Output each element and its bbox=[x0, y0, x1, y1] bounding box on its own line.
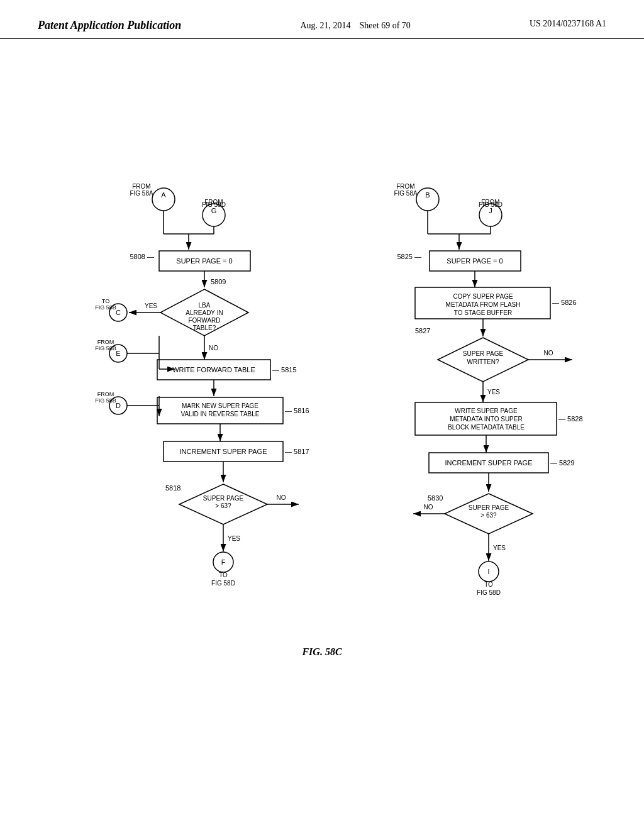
svg-text:BLOCK METADATA TABLE: BLOCK METADATA TABLE bbox=[448, 424, 525, 431]
svg-text:TO: TO bbox=[219, 572, 228, 578]
svg-text:F: F bbox=[221, 558, 226, 566]
svg-text:5808 —: 5808 — bbox=[130, 253, 154, 260]
svg-text:FIG 58B: FIG 58B bbox=[95, 304, 116, 311]
svg-text:SUPER PAGE: SUPER PAGE bbox=[203, 495, 244, 502]
svg-text:> 63?: > 63? bbox=[480, 512, 497, 519]
svg-text:I: I bbox=[487, 568, 489, 575]
svg-text:FIG 58A: FIG 58A bbox=[130, 190, 153, 197]
page-header: Patent Application Publication Aug. 21, … bbox=[0, 0, 644, 39]
svg-text:FIG 58B: FIG 58B bbox=[95, 397, 116, 404]
svg-text:— 5815: — 5815 bbox=[272, 366, 297, 374]
svg-text:FROM: FROM bbox=[97, 339, 114, 345]
svg-text:WRITE SUPER PAGE: WRITE SUPER PAGE bbox=[455, 407, 518, 414]
svg-text:B: B bbox=[425, 191, 430, 199]
svg-text:SUPER PAGE = 0: SUPER PAGE = 0 bbox=[176, 257, 232, 265]
svg-text:TO: TO bbox=[484, 581, 493, 588]
svg-text:NO: NO bbox=[209, 345, 218, 351]
svg-text:NO: NO bbox=[544, 350, 553, 357]
flowchart-svg: A FROM FIG 58A G FROM FIG 58D 5808 — SUP… bbox=[0, 52, 644, 775]
svg-text:5825 —: 5825 — bbox=[397, 253, 421, 260]
header-left-title: Patent Application Publication bbox=[38, 19, 181, 32]
diagram-area: A FROM FIG 58A G FROM FIG 58D 5808 — SUP… bbox=[0, 52, 644, 775]
svg-text:SUPER PAGE: SUPER PAGE bbox=[469, 504, 509, 511]
svg-text:YES: YES bbox=[228, 535, 240, 542]
svg-text:FIG. 58C: FIG. 58C bbox=[301, 646, 341, 657]
header-center-info: Aug. 21, 2014 Sheet 69 of 70 bbox=[300, 19, 410, 32]
svg-text:FIG 58B: FIG 58B bbox=[95, 345, 116, 351]
svg-text:YES: YES bbox=[493, 545, 506, 551]
svg-text:COPY SUPER PAGE: COPY SUPER PAGE bbox=[453, 293, 513, 300]
svg-text:FROM: FROM bbox=[396, 183, 414, 190]
svg-text:5818: 5818 bbox=[165, 484, 180, 492]
svg-text:— 5828: — 5828 bbox=[558, 415, 583, 423]
svg-text:YES: YES bbox=[145, 302, 157, 309]
svg-text:FIG 58D: FIG 58D bbox=[479, 201, 502, 208]
svg-text:INCREMENT SUPER PAGE: INCREMENT SUPER PAGE bbox=[180, 448, 267, 455]
svg-text:NO: NO bbox=[424, 504, 433, 511]
svg-text:— 5817: — 5817 bbox=[285, 448, 309, 455]
svg-text:VALID IN REVERSE TABLE: VALID IN REVERSE TABLE bbox=[180, 411, 259, 418]
svg-text:A: A bbox=[161, 191, 166, 199]
svg-text:— 5816: — 5816 bbox=[285, 407, 309, 414]
header-right-patent: US 2014/0237168 A1 bbox=[530, 19, 606, 29]
svg-text:METADATA INTO SUPER: METADATA INTO SUPER bbox=[450, 416, 522, 423]
svg-text:— 5826: — 5826 bbox=[552, 299, 577, 306]
svg-text:LBA: LBA bbox=[199, 302, 211, 309]
svg-text:YES: YES bbox=[487, 389, 500, 396]
svg-text:FORWARD: FORWARD bbox=[188, 317, 220, 324]
svg-text:C: C bbox=[116, 309, 121, 316]
svg-text:FIG 58D: FIG 58D bbox=[211, 580, 235, 587]
svg-text:WRITTEN?: WRITTEN? bbox=[467, 358, 499, 365]
svg-text:5827: 5827 bbox=[415, 327, 430, 335]
svg-text:D: D bbox=[116, 402, 121, 409]
svg-text:TO: TO bbox=[102, 298, 109, 304]
svg-text:5809: 5809 bbox=[211, 278, 226, 285]
svg-text:MARK NEW SUPER PAGE: MARK NEW SUPER PAGE bbox=[182, 402, 258, 409]
svg-text:— 5829: — 5829 bbox=[550, 459, 575, 467]
svg-text:FROM: FROM bbox=[132, 183, 150, 190]
svg-text:ALREADY IN: ALREADY IN bbox=[186, 309, 223, 316]
svg-text:TO STAGE BUFFER: TO STAGE BUFFER bbox=[454, 309, 512, 316]
svg-text:E: E bbox=[116, 350, 120, 357]
svg-text:FROM: FROM bbox=[97, 391, 114, 397]
svg-text:TABLE?: TABLE? bbox=[193, 324, 216, 331]
svg-text:WRITE FORWARD TABLE: WRITE FORWARD TABLE bbox=[172, 366, 255, 374]
svg-text:SUPER PAGE: SUPER PAGE bbox=[463, 350, 504, 357]
svg-text:SUPER PAGE = 0: SUPER PAGE = 0 bbox=[447, 257, 502, 265]
svg-text:FIG 58D: FIG 58D bbox=[202, 201, 226, 208]
svg-text:> 63?: > 63? bbox=[215, 502, 231, 509]
svg-text:METADATA FROM FLASH: METADATA FROM FLASH bbox=[446, 301, 521, 308]
svg-text:5830: 5830 bbox=[428, 494, 443, 502]
svg-text:INCREMENT SUPER PAGE: INCREMENT SUPER PAGE bbox=[445, 459, 533, 467]
svg-text:FIG 58D: FIG 58D bbox=[477, 589, 501, 596]
svg-text:NO: NO bbox=[277, 494, 286, 501]
svg-text:FIG 58A: FIG 58A bbox=[394, 190, 418, 197]
